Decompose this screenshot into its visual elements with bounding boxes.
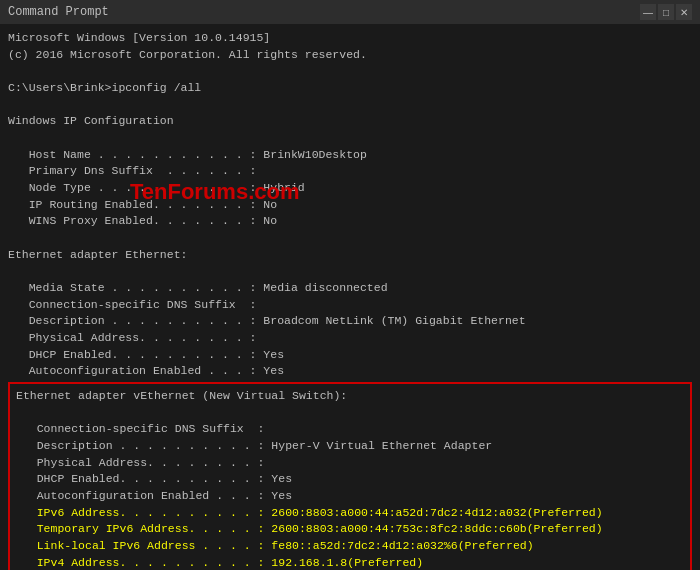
title-bar: Command Prompt — □ ✕ [0,0,700,24]
s2-line-9-label: Link-local IPv6 Address . . . . : [16,539,271,552]
s2-line-1 [16,405,684,422]
close-button[interactable]: ✕ [676,4,692,20]
s2-line-6: Autoconfiguration Enabled . . . : Yes [16,488,684,505]
output-line-8: Host Name . . . . . . . . . . . : BrinkW… [8,147,692,164]
s2-line-10-value: 192.168.1.8(Preferred) [271,556,423,569]
output-line-9: Primary Dns Suffix . . . . . . : [8,163,692,180]
s2-line-5: DHCP Enabled. . . . . . . . . . : Yes [16,471,684,488]
s2-line-7: IPv6 Address. . . . . . . . . . : 2600:8… [16,505,684,522]
maximize-button[interactable]: □ [658,4,674,20]
title-bar-label: Command Prompt [8,5,109,19]
title-bar-buttons: — □ ✕ [640,4,692,20]
terminal-content[interactable]: TenForums.com Microsoft Windows [Version… [0,24,700,570]
minimize-button[interactable]: — [640,4,656,20]
output-line-21: Autoconfiguration Enabled . . . : Yes [8,363,692,380]
output-line-18: Description . . . . . . . . . . : Broadc… [8,313,692,330]
output-line-20: DHCP Enabled. . . . . . . . . . : Yes [8,347,692,364]
output-line-12: WINS Proxy Enabled. . . . . . . : No [8,213,692,230]
output-line-16: Media State . . . . . . . . . . : Media … [8,280,692,297]
output-line-14: Ethernet adapter Ethernet: [8,247,692,264]
s2-line-8: Temporary IPv6 Address. . . . . : 2600:8… [16,521,684,538]
output-line-1: Microsoft Windows [Version 10.0.14915] [8,30,692,47]
s2-line-7-value: 2600:8803:a000:44:a52d:7dc2:4d12:a032(Pr… [271,506,602,519]
s2-line-9-value: fe80::a52d:7dc2:4d12:a032%6(Preferred) [271,539,533,552]
s2-line-10-label: IPv4 Address. . . . . . . . . . : [16,556,271,569]
s2-line-4: Physical Address. . . . . . . . : [16,455,684,472]
output-line-13 [8,230,692,247]
section2-header: Ethernet adapter vEthernet (New Virtual … [16,388,684,405]
output-line-4: C:\Users\Brink>ipconfig /all [8,80,692,97]
command-prompt-window: Command Prompt — □ ✕ TenForums.com Micro… [0,0,700,570]
s2-line-9: Link-local IPv6 Address . . . . : fe80::… [16,538,684,555]
s2-line-2: Connection-specific DNS Suffix : [16,421,684,438]
output-line-2: (c) 2016 Microsoft Corporation. All righ… [8,47,692,64]
output-line-10: Node Type . . . . . . . . . . . : Hybrid [8,180,692,197]
s2-line-10: IPv4 Address. . . . . . . . . . : 192.16… [16,555,684,570]
output-line-3 [8,63,692,80]
output-line-5 [8,97,692,114]
output-line-17: Connection-specific DNS Suffix : [8,297,692,314]
output-line-7 [8,130,692,147]
s2-line-8-label: Temporary IPv6 Address. . . . . : [16,522,271,535]
output-line-6: Windows IP Configuration [8,113,692,130]
s2-line-8-value: 2600:8803:a000:44:753c:8fc2:8ddc:c60b(Pr… [271,522,602,535]
s2-line-3: Description . . . . . . . . . . : Hyper-… [16,438,684,455]
virtual-ethernet-section: Ethernet adapter vEthernet (New Virtual … [8,382,692,570]
s2-line-7-label: IPv6 Address. . . . . . . . . . : [16,506,271,519]
output-line-19: Physical Address. . . . . . . . : [8,330,692,347]
output-line-11: IP Routing Enabled. . . . . . . : No [8,197,692,214]
output-line-15 [8,263,692,280]
